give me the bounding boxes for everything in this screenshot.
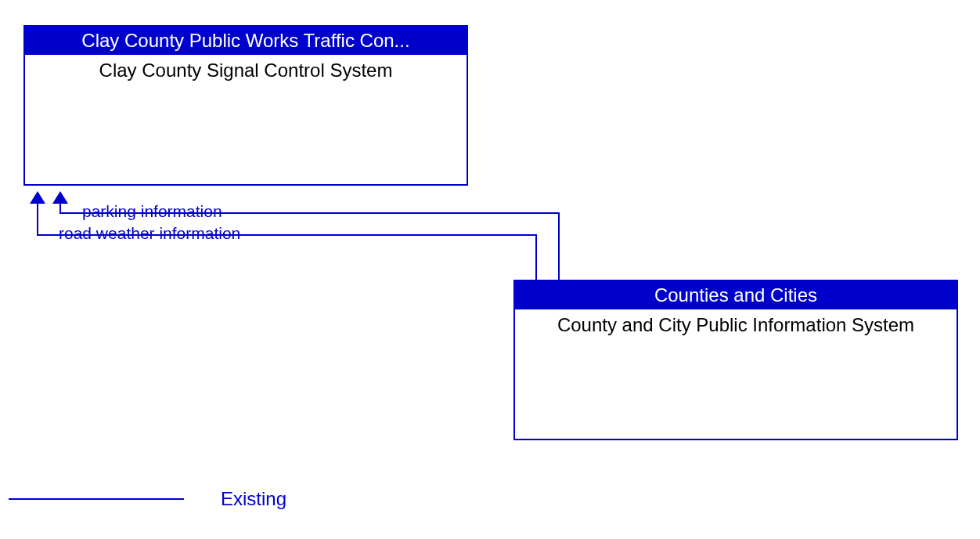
node-header-clay: Clay County Public Works Traffic Con... xyxy=(25,27,467,55)
node-county-city-info-system[interactable]: Counties and Cities County and City Publ… xyxy=(513,280,958,440)
node-clay-county-signal-control[interactable]: Clay County Public Works Traffic Con... … xyxy=(23,25,468,186)
flow-label-weather: road weather information xyxy=(59,224,240,243)
flow-label-parking: parking information xyxy=(82,202,222,221)
legend-label-existing: Existing xyxy=(221,488,286,510)
node-body-clay: Clay County Signal Control System xyxy=(25,55,467,86)
node-body-counties: County and City Public Information Syste… xyxy=(515,309,957,341)
node-header-counties: Counties and Cities xyxy=(515,281,957,309)
